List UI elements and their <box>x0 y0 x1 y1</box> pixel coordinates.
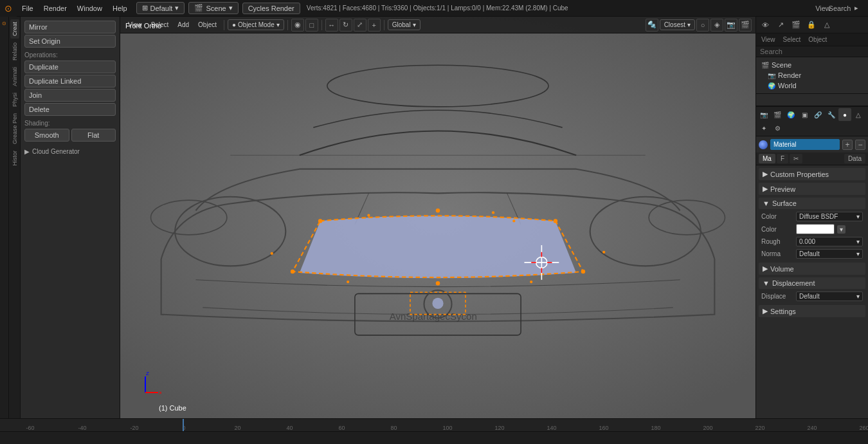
color-picker-btn[interactable]: ▾ <box>837 225 845 234</box>
prop-icon-world[interactable]: 🌍 <box>784 108 797 121</box>
camera-icon[interactable]: 📷 <box>725 19 737 32</box>
displacement-header[interactable]: ▼ Displacement <box>759 277 865 289</box>
material-dot-icon <box>759 140 768 149</box>
menu-render[interactable]: Render <box>39 0 72 16</box>
ruler-mark-140: 140 <box>547 425 557 431</box>
smooth-button[interactable]: Smooth <box>24 129 69 142</box>
cloud-generator-header[interactable]: ▶ Cloud Generator <box>24 148 116 155</box>
outliner-view-btn[interactable]: View <box>759 36 778 43</box>
ruler-mark-m60: -60 <box>26 425 35 431</box>
copy-shading[interactable]: ◈ <box>710 19 723 32</box>
snap-selector[interactable]: Closest ▾ <box>660 19 695 30</box>
right-panel: 👁 ↗ 🎬 🔒 △ View Select Object 🎬 Scene <box>755 17 868 418</box>
tab-relatio[interactable]: Relatio <box>10 40 19 63</box>
material-name-input[interactable]: Material <box>770 139 840 150</box>
prop-icon-modifiers[interactable]: 🔧 <box>825 108 838 121</box>
join-button[interactable]: Join <box>24 89 116 102</box>
prop-icon-scene[interactable]: 🎬 <box>771 108 784 121</box>
outliner-item-render[interactable]: 📷 Render <box>759 70 865 80</box>
delete-button[interactable]: Delete <box>24 103 116 116</box>
transform-custom[interactable]: + <box>368 19 381 32</box>
data-tab-ma[interactable]: Ma <box>759 154 775 163</box>
vp-object-btn[interactable]: Object <box>194 20 221 30</box>
prop-icon-render[interactable]: 📷 <box>757 108 770 121</box>
menu-window[interactable]: Window <box>72 0 107 16</box>
set-origin-button[interactable]: Set Origin <box>24 35 116 48</box>
tab-animati[interactable]: Animati <box>10 64 19 89</box>
roughness-row: Rough 0.000 ▾ <box>759 236 865 248</box>
svg-point-19 <box>554 219 557 223</box>
duplicate-linked-button[interactable]: Duplicate Linked <box>24 75 116 88</box>
svg-point-18 <box>436 208 440 212</box>
timeline-track[interactable] <box>0 431 868 444</box>
duplicate-button[interactable]: Duplicate <box>24 60 116 73</box>
tab-grease-pen[interactable]: Grease Pen <box>10 111 19 147</box>
normal-selector[interactable]: Default ▾ <box>796 249 863 259</box>
axes-indicator: Z X <box>129 367 161 399</box>
transform-rotate[interactable]: ↻ <box>339 19 352 32</box>
menu-file[interactable]: File <box>17 0 39 16</box>
outliner-item-world[interactable]: 🌍 World <box>759 80 865 91</box>
prop-icon-object[interactable]: ▣ <box>798 108 811 121</box>
data-tab-scissors[interactable]: ✂ <box>790 154 802 163</box>
render-icon[interactable]: 🎬 <box>739 19 752 32</box>
outliner-object-btn[interactable]: Object <box>806 36 829 43</box>
vp-add-btn[interactable]: Add <box>174 20 193 30</box>
viewport-shading-wire[interactable]: □ <box>305 19 318 32</box>
properties-content: ▶ Custom Properties ▶ Preview <box>756 165 868 418</box>
snap-dropdown-icon: ▾ <box>687 21 691 28</box>
tab-physi[interactable]: Physi <box>10 90 19 109</box>
snap-toggle[interactable]: 🔩 <box>646 19 658 32</box>
view-icon[interactable]: ⊙ <box>0 18 10 28</box>
surface-header[interactable]: ▼ Surface <box>759 198 865 209</box>
outliner-icon-view[interactable]: 👁 <box>759 19 772 32</box>
viewport-shading-solid[interactable]: ◉ <box>291 19 304 32</box>
outliner-icon-render[interactable]: 🎬 <box>790 19 802 32</box>
tab-histor[interactable]: Histor <box>10 148 19 169</box>
prop-icon-physics[interactable]: ⚙ <box>771 122 784 134</box>
volume-header[interactable]: ▶ Volume <box>759 263 865 275</box>
outliner-icon-select[interactable]: ↗ <box>774 19 787 32</box>
settings-header[interactable]: ▶ Settings <box>759 305 865 317</box>
operations-label: Operations: <box>24 51 116 59</box>
workspace-selector[interactable]: ⊞ Default ▾ <box>136 2 185 14</box>
color-swatch[interactable] <box>796 224 835 234</box>
viewport-3d[interactable]: AvnSpartagecSycon <box>120 17 755 418</box>
search-button[interactable]: Search <box>833 2 846 15</box>
rough-value[interactable]: 0.000 ▾ <box>796 237 863 246</box>
material-minus-button[interactable]: − <box>855 140 865 150</box>
outliner-icon-wire[interactable]: △ <box>820 19 833 32</box>
outliner-icon-restrict[interactable]: 🔒 <box>805 19 818 32</box>
material-add-button[interactable]: + <box>842 140 853 150</box>
viewport-mode-selector[interactable]: ● Object Mode ▾ <box>228 19 284 30</box>
tab-creat[interactable]: Creat <box>10 19 19 39</box>
outliner-select-btn[interactable]: Select <box>781 36 804 43</box>
data-tab-data[interactable]: Data <box>844 154 865 163</box>
mirror-button[interactable]: Mirror <box>24 21 116 33</box>
ruler-mark-80: 80 <box>391 425 397 431</box>
top-bar: ⊙ File Render Window Help ⊞ Default ▾ 🎬 … <box>0 0 868 17</box>
view-button[interactable]: View <box>817 2 829 15</box>
ruler-mark-200: 200 <box>703 425 713 431</box>
outliner-item-scene[interactable]: 🎬 Scene <box>759 60 865 70</box>
transform-translate[interactable]: ↔ <box>325 19 338 32</box>
prop-icon-material[interactable]: ● <box>838 108 851 121</box>
prop-icon-particles[interactable]: ✦ <box>757 122 770 134</box>
flat-button[interactable]: Flat <box>71 129 116 142</box>
prop-icon-data[interactable]: △ <box>852 108 865 121</box>
proportional-edit[interactable]: ○ <box>696 19 709 32</box>
transform-scale[interactable]: ⤢ <box>354 19 366 32</box>
menu-help[interactable]: Help <box>107 0 132 16</box>
data-tab-f[interactable]: F <box>777 154 788 163</box>
topbar-icon1[interactable]: ▸ <box>850 2 863 15</box>
displace-selector[interactable]: Default ▾ <box>796 291 863 301</box>
displacement-section: ▼ Displacement Displace Default ▾ <box>759 277 865 302</box>
preview-header[interactable]: ▶ Preview <box>759 183 865 195</box>
outliner-search-input[interactable] <box>756 46 868 57</box>
prop-icon-constraints[interactable]: 🔗 <box>811 108 824 121</box>
custom-properties-header[interactable]: ▶ Custom Properties <box>759 168 865 180</box>
surface-shader-selector[interactable]: Diffuse BSDF ▾ <box>796 212 863 221</box>
render-engine-selector[interactable]: Cycles Render <box>242 3 300 14</box>
scene-selector[interactable]: 🎬 Scene ▾ <box>188 2 238 14</box>
pivot-selector[interactable]: Global ▾ <box>388 19 420 30</box>
